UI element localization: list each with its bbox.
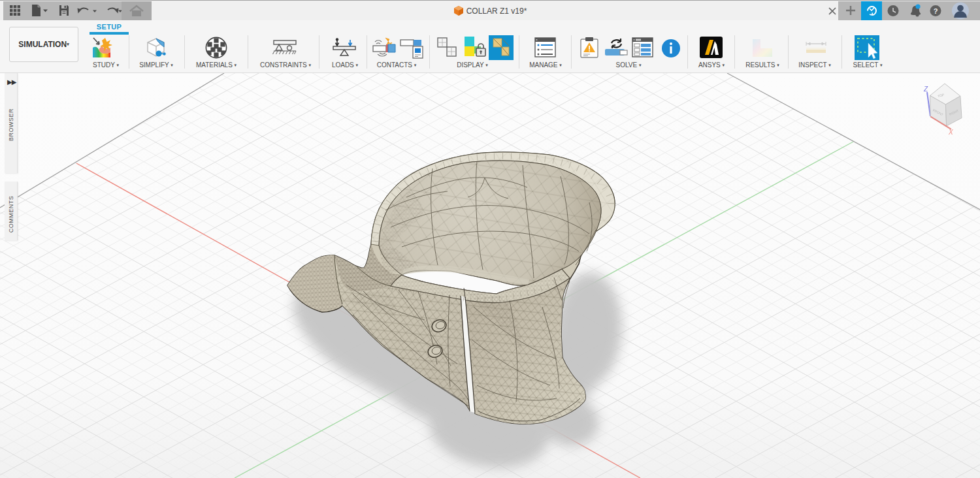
svg-text:Z: Z [923, 86, 928, 93]
svg-text:?: ? [934, 7, 938, 15]
svg-text:X: X [948, 129, 953, 136]
